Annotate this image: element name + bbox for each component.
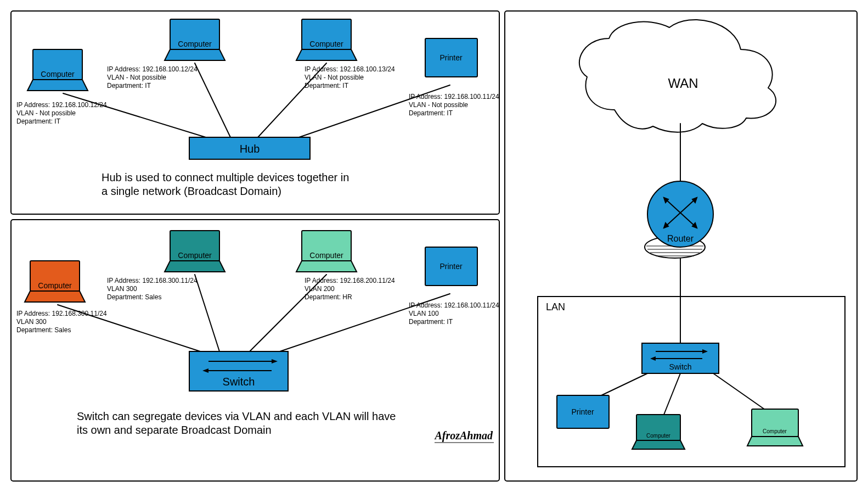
switch-icon: Switch — [189, 351, 288, 391]
svg-marker-12 — [165, 49, 225, 60]
lan-label: LAN — [546, 301, 565, 312]
panel1-caption-line2: a single network (Broadcast Domain) — [102, 185, 281, 197]
svg-text:Department: IT: Department: IT — [107, 82, 151, 90]
panel-switch: Switch Computer IP Address: 192.168.300.… — [11, 220, 499, 481]
device-label: Computer — [41, 70, 75, 79]
svg-text:VLAN 100: VLAN 100 — [409, 310, 439, 317]
panel2-caption-line1: Switch can segregate devices via VLAN an… — [77, 410, 396, 422]
svg-text:Computer: Computer — [763, 428, 787, 434]
printer-icon: Printer — [425, 247, 477, 286]
svg-text:Printer: Printer — [571, 407, 594, 416]
computer-icon: Computer — [165, 19, 225, 60]
svg-text:Department: IT: Department: IT — [16, 118, 61, 125]
svg-marker-7 — [27, 80, 88, 91]
svg-text:Switch: Switch — [669, 362, 691, 371]
svg-text:Department: Sales: Department: Sales — [107, 293, 161, 301]
computer-icon: Computer — [165, 231, 225, 272]
panel-wan-lan: WAN Router — [505, 11, 857, 481]
panel2-caption-line2: its own and separate Broadcast Domain — [77, 424, 272, 436]
computer-icon: Computer — [632, 415, 685, 449]
svg-text:IP Address: 192.168.100.13/24: IP Address: 192.168.100.13/24 — [305, 65, 395, 73]
diagram-root: Hub Computer IP Address: 192.168.100.12/… — [0, 0, 868, 492]
printer-icon: Printer — [557, 395, 609, 428]
svg-text:VLAN - Not possible: VLAN - Not possible — [16, 109, 76, 117]
router-icon: Router — [645, 181, 713, 258]
svg-text:Department: IT: Department: IT — [409, 318, 453, 326]
printer-icon: Printer — [425, 38, 477, 77]
computer-icon: Computer — [296, 231, 357, 272]
switch-icon: Switch — [642, 343, 719, 373]
svg-text:IP Address: 192.168.100.11/24: IP Address: 192.168.100.11/24 — [409, 301, 499, 309]
svg-text:Department: Sales: Department: Sales — [16, 326, 71, 334]
svg-text:Department: IT: Department: IT — [409, 109, 453, 117]
device-label: Computer — [309, 40, 343, 48]
svg-text:Printer: Printer — [439, 262, 463, 271]
switch-label: Switch — [223, 376, 255, 388]
svg-marker-48 — [296, 261, 357, 272]
svg-text:VLAN - Not possible: VLAN - Not possible — [107, 74, 166, 81]
svg-text:IP Address: 192.168.100.11/24: IP Address: 192.168.100.11/24 — [409, 93, 499, 100]
panel1-caption-line1: Hub is used to connect multiple devices … — [102, 171, 349, 183]
router-label: Router — [667, 234, 694, 243]
computer-icon: Computer — [25, 261, 85, 302]
svg-marker-87 — [632, 440, 685, 449]
svg-text:Computer: Computer — [38, 281, 72, 290]
svg-text:IP Address: 192.168.300.11/24: IP Address: 192.168.300.11/24 — [16, 310, 107, 317]
svg-text:Computer: Computer — [646, 433, 671, 439]
device-label: Printer — [439, 53, 463, 62]
svg-text:VLAN 200: VLAN 200 — [305, 285, 335, 293]
panel-hub: Hub Computer IP Address: 192.168.100.12/… — [11, 11, 499, 214]
svg-text:Department: IT: Department: IT — [305, 82, 349, 90]
svg-text:VLAN 300: VLAN 300 — [16, 318, 47, 326]
wan-label: WAN — [668, 76, 698, 91]
author-credit: AfrozAhmad — [433, 429, 493, 442]
svg-text:IP Address: 192.168.300.11/24: IP Address: 192.168.300.11/24 — [107, 277, 198, 284]
svg-marker-90 — [747, 437, 803, 446]
svg-text:IP Address: 192.168.200.11/24: IP Address: 192.168.200.11/24 — [305, 277, 395, 284]
svg-text:IP Address: 192.168.100.12/24: IP Address: 192.168.100.12/24 — [107, 65, 198, 73]
svg-marker-42 — [165, 261, 225, 272]
svg-text:Computer: Computer — [178, 251, 212, 260]
svg-marker-36 — [25, 291, 85, 302]
computer-icon: Computer — [296, 19, 357, 60]
svg-text:VLAN 300: VLAN 300 — [107, 285, 137, 293]
computer-icon: Computer — [27, 49, 88, 91]
svg-text:Department: HR: Department: HR — [305, 293, 352, 301]
svg-text:Computer: Computer — [309, 251, 343, 260]
hub-icon: Hub — [189, 137, 310, 159]
svg-text:VLAN - Not possible: VLAN - Not possible — [409, 101, 468, 109]
device-label: Computer — [178, 40, 212, 48]
svg-text:VLAN - Not possible: VLAN - Not possible — [305, 74, 364, 81]
hub-label: Hub — [240, 143, 260, 155]
svg-text:IP Address: 192.168.100.12/24: IP Address: 192.168.100.12/24 — [16, 101, 107, 109]
svg-marker-17 — [296, 49, 357, 60]
computer-icon: Computer — [747, 409, 803, 446]
